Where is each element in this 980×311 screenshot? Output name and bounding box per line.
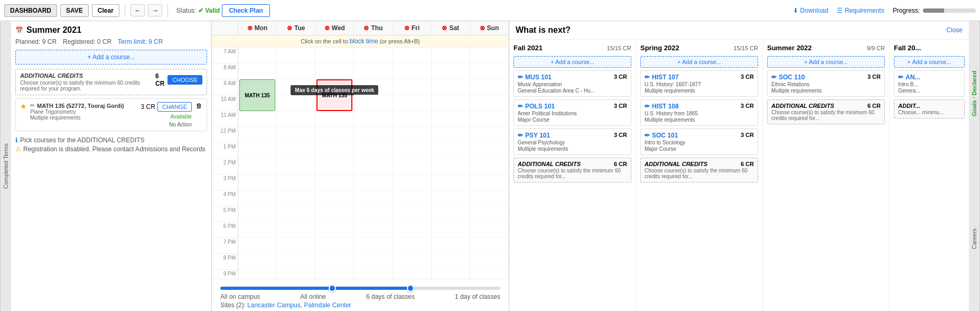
sites-link[interactable]: Lancaster Campus, Palmdale Center — [247, 301, 351, 309]
fall-partial-add-course[interactable]: + Add a course... — [894, 56, 965, 68]
term-limit-link[interactable]: Term limit: 9 CR — [118, 38, 163, 45]
slider-track[interactable] — [220, 287, 500, 290]
toolbar: DASHBOARD SAVE Clear ← → Status: ✔ Valid… — [0, 0, 980, 21]
day-sun-label: Sun — [487, 24, 499, 32]
dashboard-button[interactable]: DASHBOARD — [4, 4, 57, 17]
completed-terms-label[interactable]: Completed Terms — [0, 21, 11, 311]
mon-3pm[interactable] — [238, 175, 276, 190]
right-side-labels: Goals · Declared Careers — [969, 21, 980, 311]
time-column: 7 AM 8 AM 9 AM 10 AM 11 AM 12 PM 1 PM 2 … — [212, 48, 238, 279]
block-time-link[interactable]: block time — [350, 38, 378, 45]
cal-day-sun: ⊗ Sun — [470, 21, 509, 35]
add-course-button[interactable]: + Add a course... — [15, 50, 207, 65]
soc-101-card[interactable]: ✏SOC 101 3 CR Intro to Sociology Major C… — [640, 129, 758, 155]
choose-button[interactable]: CHOOSE — [167, 75, 202, 85]
pencil-icon: ✏ — [30, 102, 35, 109]
x-fri-icon[interactable]: ⊗ — [404, 24, 409, 32]
hist-108-card[interactable]: ✏HIST 108 3 CR U.S. History from 1865 Mu… — [640, 99, 758, 126]
info-icon: ℹ — [15, 136, 18, 144]
x-mon-icon[interactable]: ⊗ — [247, 24, 253, 32]
mon-6pm[interactable] — [238, 222, 276, 238]
semester-summer-2022: Summer 2022 9/9 CR + Add a course... ✏SO… — [763, 40, 890, 311]
time-4pm: 4 PM — [212, 190, 238, 206]
x-sun-icon[interactable]: ⊗ — [480, 24, 485, 32]
mon-2pm[interactable] — [238, 159, 276, 175]
sat-column[interactable] — [432, 48, 470, 279]
mon-4pm[interactable] — [238, 190, 276, 206]
mus-101-card[interactable]: ✏MUS 101 3 CR Music Appreciation General… — [514, 70, 631, 97]
progress-bar-fill — [923, 8, 944, 13]
mon-column[interactable]: MATH 135 — [238, 48, 277, 279]
star-icon[interactable]: ★ — [20, 102, 27, 111]
mon-1pm[interactable] — [238, 143, 276, 159]
what-is-next-title: What is next? — [516, 25, 571, 35]
math-135-wed-block[interactable]: MATH 135 Max 6 days of classes per week — [316, 79, 352, 111]
hist-107-card[interactable]: ✏HIST 107 3 CR U.S. History: 1607-1877 M… — [640, 70, 758, 97]
semesters-row: Fall 2021 15/15 CR + Add a course... ✏MU… — [509, 40, 969, 311]
tue-column[interactable] — [277, 48, 315, 279]
summer-2022-add-course[interactable]: + Add a course... — [767, 56, 885, 68]
careers-label[interactable]: Careers — [969, 166, 980, 311]
cal-day-thu: ⊗ Thu — [354, 21, 393, 35]
mon-8am[interactable] — [238, 63, 276, 79]
calendar-body[interactable]: 7 AM 8 AM 9 AM 10 AM 11 AM 12 PM 1 PM 2 … — [212, 48, 509, 279]
block-time-notice: Click on the cell to block time (or pres… — [212, 35, 509, 48]
calendar-icon: 📅 — [15, 26, 23, 34]
summer-2022-additional: ADDITIONAL CREDITS 6 CR Choose course(s)… — [767, 99, 885, 124]
mon-7am[interactable] — [238, 48, 276, 63]
slider-label-6days: 6 days of classes — [366, 293, 415, 300]
pols-101-card[interactable]: ✏POLS 101 3 CR Amer Political Institutio… — [514, 99, 631, 126]
psy-101-card[interactable]: ✏PSY 101 3 CR General Psychology Multipl… — [514, 129, 631, 155]
day-tue-label: Tue — [294, 24, 305, 32]
check-plan-button[interactable]: Check Plan — [222, 4, 270, 17]
goals-label[interactable]: Goals · Declared — [969, 21, 980, 166]
course-right: 3 CR CHANGE Available No Action — [141, 102, 192, 127]
divider — [125, 4, 125, 17]
sites-label: Sites (2): — [220, 301, 246, 309]
x-thu-icon[interactable]: ⊗ — [363, 24, 369, 32]
spring-2022-add-course[interactable]: + Add a course... — [640, 56, 758, 68]
mon-11am[interactable] — [238, 111, 276, 127]
fall-2021-header: Fall 2021 15/15 CR — [514, 44, 631, 52]
divider2 — [167, 4, 168, 17]
save-button[interactable]: SAVE — [60, 4, 89, 17]
term-stats: Planned: 9 CR Registered: 0 CR Term limi… — [15, 38, 207, 45]
requirements-button[interactable]: ☰ Requirements — [837, 7, 884, 14]
slider-thumb-2[interactable] — [407, 285, 414, 292]
mon-8pm[interactable] — [238, 254, 276, 270]
mon-9pm[interactable] — [238, 270, 276, 279]
slider-fill — [220, 287, 410, 290]
undo-button[interactable]: ← — [130, 4, 145, 16]
day-columns: MATH 135 — [238, 48, 509, 279]
wed-column[interactable]: MATH 135 Max 6 days of classes per week — [315, 48, 354, 279]
time-5pm: 5 PM — [212, 206, 238, 222]
redo-button[interactable]: → — [148, 4, 162, 16]
status-label: Status: — [176, 7, 196, 14]
fall-2021-add-course[interactable]: + Add a course... — [514, 56, 631, 68]
soc-110-card[interactable]: ✏SOC 110 3 CR Ethnic Relations Multiple … — [767, 70, 885, 97]
an-partial-card[interactable]: ✏AN... Intro B... Genera... — [894, 70, 965, 97]
notice-info-text: Pick courses for the ADDITIONAL CREDITS — [20, 136, 145, 144]
toolbar-right: ⬇ Download ☰ Requirements Progress: — [793, 7, 976, 14]
mus-101-desc: Music Appreciation — [518, 81, 627, 87]
clear-button[interactable]: Clear — [92, 4, 119, 17]
mon-7pm[interactable] — [238, 238, 276, 254]
close-button[interactable]: Close — [946, 26, 963, 34]
time-3pm: 3 PM — [212, 175, 238, 190]
slider-thumb-1[interactable] — [329, 285, 336, 292]
trash-icon[interactable]: 🗑 — [196, 102, 202, 109]
mon-12pm[interactable] — [238, 127, 276, 143]
fri-column[interactable] — [393, 48, 432, 279]
x-wed-icon[interactable]: ⊗ — [324, 24, 330, 32]
mon-5pm[interactable] — [238, 206, 276, 222]
change-button[interactable]: CHANGE — [157, 102, 192, 112]
cal-day-tue: ⊗ Tue — [277, 21, 315, 35]
slider-label-1day: 1 day of classes — [455, 293, 500, 300]
x-tue-icon[interactable]: ⊗ — [287, 24, 292, 32]
sun-column[interactable] — [470, 48, 509, 279]
math-135-card: ★ ✏ MATH 135 (52772, Tooraj Gordi) Plane… — [15, 98, 207, 131]
download-button[interactable]: ⬇ Download — [793, 7, 828, 14]
math-135-mon-block[interactable]: MATH 135 — [239, 79, 275, 111]
thu-column[interactable] — [354, 48, 393, 279]
x-sat-icon[interactable]: ⊗ — [442, 24, 447, 32]
